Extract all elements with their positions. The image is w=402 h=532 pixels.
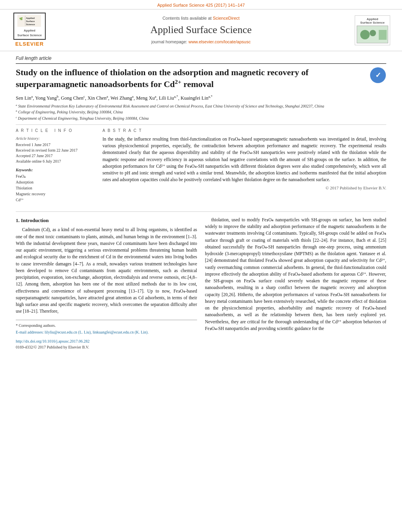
journal-header: 🌿 Applied Surface Science Applied Surfac… [0, 9, 402, 51]
elsevier-logo-svg: 🌿 Applied Surface Science [17, 15, 41, 27]
article-history: Article history: Received 1 June 2017 Re… [16, 136, 95, 164]
abstract-column: A B S T R A C T In the study, the influe… [102, 128, 386, 206]
journal-header-center: Contents lists available at ScienceDirec… [47, 15, 355, 45]
available-date: Available online 6 July 2017 [16, 159, 95, 164]
journal-cover-title: AppliedSurface Science [357, 17, 388, 25]
journal-title: Applied Surface Science [47, 23, 355, 37]
footnotes: * Corresponding authors. E-mail addresse… [16, 320, 197, 335]
article-info-abstract-section: A R T I C L E I N F O Article history: R… [16, 128, 386, 206]
affiliation-b: b College of Engineering, Peking Univers… [16, 109, 386, 115]
keywords-block: Keywords: Fe₃O₄ Adsorption Thiolation Ma… [16, 167, 95, 203]
abstract-heading: A B S T R A C T [102, 128, 386, 133]
svg-rect-9 [379, 30, 387, 40]
citation-text: Applied Surface Science 425 (2017) 141–1… [157, 3, 245, 7]
article-type-label: Full length article [16, 55, 386, 64]
history-label: Article history: [16, 136, 95, 141]
doi-link[interactable]: http://dx.doi.org/10.1016/j.apsusc.2017.… [16, 338, 197, 344]
intro-para-1: Cadmium (Cd), as a kind of non-essential… [16, 226, 197, 315]
accepted-date: Accepted 27 June 2017 [16, 153, 95, 159]
issn-text: 0169-4332/© 2017 Published by Elsevier B… [16, 344, 197, 350]
main-col-left: 1. Introduction Cadmium (Cd), as a kind … [16, 217, 197, 350]
article-title: Study on the influence of thiolation on … [16, 67, 370, 91]
svg-text:🌿: 🌿 [19, 17, 23, 20]
abstract-text: In the study, the influence resulting fr… [102, 136, 386, 184]
received-date: Received 1 June 2017 [16, 142, 95, 148]
keyword-4: Magnetic recovery [16, 191, 95, 197]
homepage-link[interactable]: www.elsevier.com/locate/apsusc [188, 39, 251, 44]
crossmark-icon: ✓ [370, 67, 386, 85]
svg-text:Applied: Applied [26, 17, 35, 19]
page: Applied Surface Science 425 (2017) 141–1… [0, 0, 402, 358]
footnote-corresponding: * Corresponding authors. [16, 323, 197, 328]
doi-section: http://dx.doi.org/10.1016/j.apsusc.2017.… [16, 338, 197, 350]
title-row: Study on the influence of thiolation on … [16, 67, 386, 91]
article-body: Full length article Study on the influen… [0, 51, 402, 358]
main-content: 1. Introduction Cadmium (Cd), as a kind … [16, 217, 386, 350]
article-info-heading: A R T I C L E I N F O [16, 128, 95, 133]
sciencedirect-link[interactable]: ScienceDirect [213, 16, 240, 20]
keyword-3: Thiolation [16, 185, 95, 191]
divider-1 [16, 124, 386, 125]
affiliations: a State Environmental Protection Key Lab… [16, 104, 386, 121]
keyword-2: Adsorption [16, 180, 95, 185]
logo-box: 🌿 Applied Surface Science Applied Surfac… [13, 13, 46, 39]
footnote-emails: E-mail addresses: lilyliu@ecust.edu.cn (… [16, 329, 197, 335]
journal-cover-graphic [357, 26, 388, 43]
journal-logo-title: Applied Surface Science [17, 28, 42, 37]
authors: Sen Lina, Yong Yangb, Gong Chenc, Xin Ch… [16, 94, 386, 102]
journal-citation: Applied Surface Science 425 (2017) 141–1… [0, 0, 402, 9]
affiliation-c: c Department of Chemical Engineering, Ts… [16, 116, 386, 121]
elsevier-wordmark: ELSEVIER [15, 41, 44, 48]
svg-text:Science: Science [26, 23, 35, 26]
revised-date: Received in revised form 22 June 2017 [16, 148, 95, 153]
keyword-1: Fe₃O₄ [16, 174, 95, 179]
keyword-5: Cd²⁺ [16, 197, 95, 203]
journal-cover-image: AppliedSurface Science [355, 15, 390, 45]
abstract-copyright: © 2017 Published by Elsevier B.V. [102, 185, 386, 191]
svg-point-7 [360, 30, 370, 39]
affiliation-a: a State Environmental Protection Key Lab… [16, 104, 386, 109]
elsevier-logo: 🌿 Applied Surface Science Applied Surfac… [12, 13, 47, 48]
article-info-column: A R T I C L E I N F O Article history: R… [16, 128, 95, 206]
divider-2 [16, 211, 386, 212]
introduction-heading: 1. Introduction [16, 217, 197, 224]
journal-homepage: journal homepage: www.elsevier.com/locat… [47, 39, 355, 45]
contents-available-text: Contents lists available at ScienceDirec… [47, 15, 355, 21]
main-col-right: thiolation, used to modify Fe₃O₄ nanopar… [205, 217, 386, 350]
keywords-list: Fe₃O₄ Adsorption Thiolation Magnetic rec… [16, 174, 95, 203]
svg-text:Surface: Surface [26, 20, 35, 22]
svg-text:✓: ✓ [375, 71, 381, 79]
svg-point-8 [370, 30, 376, 36]
keywords-label: Keywords: [16, 167, 95, 173]
intro-para-2: thiolation, used to modify Fe₃O₄ nanopar… [205, 217, 386, 332]
